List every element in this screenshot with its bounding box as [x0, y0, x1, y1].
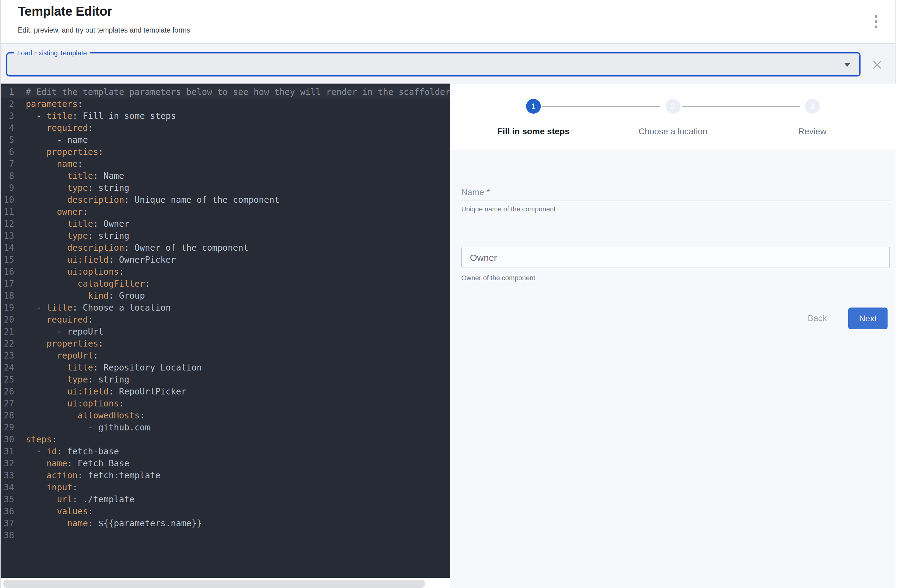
editor-line: 22 properties: — [1, 338, 450, 349]
editor-line: 26 ui:field: RepoUrlPicker — [1, 386, 450, 397]
line-code: name: ${{parameters.name}} — [26, 517, 202, 530]
line-code: - name — [26, 134, 88, 146]
line-code: ui:field: OwnerPicker — [26, 254, 176, 266]
name-field-helper: Unique name of the component — [461, 205, 555, 213]
line-number: 10 — [1, 194, 14, 206]
editor-line: 36 values: — [1, 505, 450, 517]
line-number: 30 — [1, 434, 14, 445]
step-2-label: Choose a location — [621, 126, 725, 136]
next-button[interactable]: Next — [848, 308, 887, 329]
line-code: input: — [26, 482, 78, 493]
line-number: 25 — [1, 374, 14, 386]
line-code: # Edit the template parameters below to … — [26, 86, 450, 98]
line-code: catalogFilter: — [26, 278, 150, 290]
step-connector-2 — [683, 106, 800, 106]
yaml-code-editor[interactable]: 1# Edit the template parameters below to… — [1, 83, 450, 578]
editor-line: 38 — [1, 530, 450, 541]
line-number: 6 — [1, 146, 14, 158]
step-3-label: Review — [760, 126, 864, 136]
line-number: 29 — [1, 422, 14, 434]
editor-line: 1# Edit the template parameters below to… — [1, 86, 450, 98]
line-code: ui:options: — [26, 266, 124, 278]
editor-line: 10 description: Unique name of the compo… — [1, 194, 450, 206]
line-code: description: Unique name of the componen… — [26, 194, 280, 206]
line-number: 7 — [1, 158, 14, 170]
load-existing-template-select[interactable]: Load Existing Template — [6, 52, 861, 77]
line-code: name: Fetch Base — [26, 457, 129, 469]
editor-line: 34 input: — [1, 482, 450, 493]
back-button[interactable]: Back — [800, 309, 834, 328]
line-number: 27 — [1, 397, 14, 409]
line-number: 33 — [1, 469, 14, 482]
line-number: 24 — [1, 362, 14, 374]
line-number: 28 — [1, 409, 14, 422]
editor-line: 15 ui:field: OwnerPicker — [1, 254, 450, 266]
page-title: Template Editor — [18, 4, 112, 19]
line-code: name: — [26, 158, 83, 170]
line-code: parameters: — [26, 98, 83, 110]
line-number: 23 — [1, 349, 14, 362]
line-code: title: Repository Location — [26, 362, 202, 374]
horizontal-scrollbar-thumb[interactable] — [3, 580, 425, 588]
load-template-section: Load Existing Template — [1, 44, 895, 83]
editor-line: 17 catalogFilter: — [1, 278, 450, 290]
page-subtitle: Edit, preview, and try out templates and… — [18, 26, 190, 34]
editor-line: 35 url: ./template — [1, 493, 450, 505]
line-code: allowedHosts: — [26, 409, 145, 422]
line-number: 16 — [1, 266, 14, 278]
line-number: 21 — [1, 326, 14, 338]
step-1-label: Fill in some steps — [481, 126, 586, 136]
line-number: 11 — [1, 206, 14, 218]
line-code: type: string — [26, 182, 129, 194]
line-code: ui:field: RepoUrlPicker — [26, 386, 186, 397]
line-code: - id: fetch-base — [26, 445, 119, 457]
line-code: action: fetch:template — [26, 469, 160, 482]
editor-line: 32 name: Fetch Base — [1, 457, 450, 469]
editor-line: 30steps: — [1, 434, 450, 445]
line-number: 12 — [1, 218, 14, 230]
line-code: - title: Choose a location — [26, 302, 171, 314]
step-connector-1 — [542, 106, 660, 106]
line-number: 5 — [1, 134, 14, 146]
line-code: title: Name — [26, 170, 124, 182]
owner-input[interactable]: Owner — [461, 247, 890, 268]
owner-field-label: Owner — [470, 252, 497, 263]
line-number: 34 — [1, 482, 14, 493]
line-code: - title: Fill in some steps — [26, 110, 176, 122]
line-code: type: string — [26, 374, 129, 386]
editor-line: 14 description: Owner of the component — [1, 242, 450, 254]
editor-line: 24 title: Repository Location — [1, 362, 450, 374]
editor-line: 5 - name — [1, 134, 450, 146]
editor-line: 21 - repoUrl — [1, 326, 450, 338]
chevron-down-icon — [844, 63, 851, 67]
form-preview-panel: 1 2 3 Fill in some steps Choose a locati… — [450, 83, 895, 588]
line-number: 15 — [1, 254, 14, 266]
editor-line: 6 properties: — [1, 146, 450, 158]
line-number: 2 — [1, 98, 14, 110]
line-number: 26 — [1, 386, 14, 397]
line-number: 38 — [1, 530, 14, 541]
editor-line: 19 - title: Choose a location — [1, 302, 450, 314]
line-number: 22 — [1, 338, 14, 349]
editor-line: 31 - id: fetch-base — [1, 445, 450, 457]
editor-line: 4 required: — [1, 122, 450, 134]
editor-line: 23 repoUrl: — [1, 349, 450, 362]
editor-line: 8 title: Name — [1, 170, 450, 182]
editor-line: 27 ui:options: — [1, 397, 450, 409]
line-number: 35 — [1, 493, 14, 505]
line-code: - github.com — [26, 422, 150, 434]
line-number: 32 — [1, 457, 14, 469]
editor-line: 18 kind: Group — [1, 290, 450, 302]
line-code: ui:options: — [26, 397, 124, 409]
line-number: 20 — [1, 314, 14, 326]
line-number: 1 — [1, 86, 14, 98]
name-input[interactable] — [461, 182, 890, 201]
line-number: 31 — [1, 445, 14, 457]
clear-selection-button[interactable] — [870, 58, 884, 72]
line-code: values: — [26, 505, 93, 517]
more-options-button[interactable] — [867, 11, 885, 33]
line-code: url: ./template — [26, 493, 135, 505]
select-label: Load Existing Template — [14, 49, 90, 57]
line-number: 19 — [1, 302, 14, 314]
line-code: - repoUrl — [26, 326, 103, 338]
